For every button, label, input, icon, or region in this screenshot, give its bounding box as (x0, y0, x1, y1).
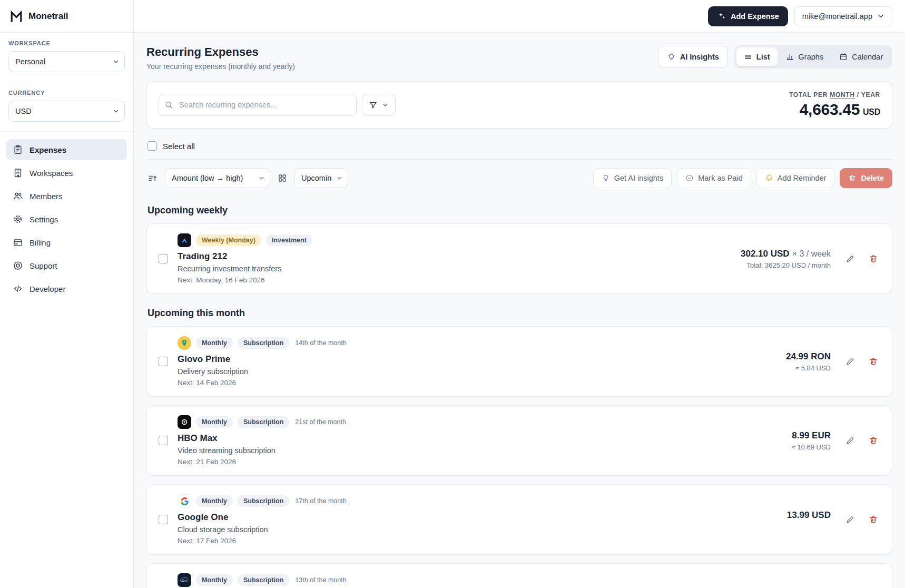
mark-as-paid-button[interactable]: Mark as Paid (677, 168, 751, 188)
search-input[interactable] (159, 94, 357, 116)
people-icon (13, 191, 23, 201)
monetrail-logo-icon (9, 9, 23, 23)
expense-title: HBO Max (178, 433, 782, 444)
content: Recurring Expenses Your recurring expens… (134, 33, 905, 588)
code-icon (13, 283, 23, 294)
calendar-icon (839, 53, 848, 61)
total-label-prefix: TOTAL PER (789, 91, 828, 99)
view-tab-graphs[interactable]: Graphs (779, 47, 831, 66)
add-expense-label: Add Expense (731, 12, 779, 21)
expense-title: Google One (178, 512, 778, 523)
account-menu-button[interactable]: mike@monetrail.app (794, 6, 892, 26)
sidebar-item-support[interactable]: Support (6, 255, 127, 276)
expense-next-date: Next: Monday, 16 Feb 2026 (178, 276, 731, 284)
expense-amount-block: 24.99 RON ≈ 5.84 USD (786, 351, 831, 372)
expense-checkbox[interactable] (159, 254, 168, 263)
ai-insights-label: AI Insights (680, 53, 719, 61)
credit-card-icon (13, 237, 23, 248)
total-block: TOTAL PER MONTH / YEAR 4,663.45USD (789, 91, 880, 119)
group-select-wrap: Upcoming (294, 168, 348, 188)
view-tab-calendar[interactable]: Calendar (832, 47, 890, 66)
delete-button[interactable]: Delete (840, 168, 892, 188)
expense-amount: 13.99 USD (787, 510, 831, 520)
trading212-icon (178, 233, 191, 247)
currency-select-wrap: USD (8, 101, 125, 122)
expense-next-date: Next: 17 Feb 2026 (178, 537, 778, 545)
glovo-icon (178, 336, 191, 350)
sidebar-item-developer[interactable]: Developer (6, 278, 127, 299)
currency-select[interactable]: USD (8, 101, 125, 122)
delete-expense-button[interactable] (867, 513, 880, 526)
total-toggle-month[interactable]: MONTH (830, 91, 855, 99)
delete-expense-button[interactable] (867, 434, 880, 447)
category-badge: Subscription (238, 495, 289, 507)
workspace-select[interactable]: Personal (8, 51, 125, 72)
bar-chart-icon (786, 53, 794, 61)
delete-label: Delete (861, 174, 884, 182)
section-heading: Upcoming this month (147, 308, 891, 319)
account-email: mike@monetrail.app (802, 12, 872, 21)
day-of-month-note: 17th of the month (295, 497, 346, 505)
brand-logo: Monetrail (0, 0, 133, 33)
sidebar-item-label: Developer (29, 285, 65, 293)
expense-next-date: Next: 14 Feb 2026 (178, 379, 776, 387)
select-all-row: Select all (146, 140, 892, 160)
edit-expense-button[interactable] (843, 513, 857, 526)
main-area: Add Expense mike@monetrail.app Recurring… (134, 0, 905, 588)
expense-checkbox[interactable] (159, 515, 168, 524)
frequency-badge: Monthly (196, 416, 233, 428)
frequency-badge: Monthly (196, 574, 233, 586)
expense-subtitle: Recurring investment transfers (178, 264, 731, 273)
sidebar-item-label: Expenses (29, 145, 66, 154)
edit-expense-button[interactable] (843, 434, 857, 447)
sidebar-item-expenses[interactable]: Expenses (6, 139, 127, 160)
sort-select[interactable]: Amount (low → high) (165, 168, 270, 188)
filter-button[interactable] (362, 94, 396, 116)
edit-expense-button[interactable] (843, 252, 857, 266)
view-tab-label: Graphs (799, 53, 824, 61)
expense-title: Glovo Prime (178, 354, 776, 365)
frequency-badge: Weekly (Monday) (196, 234, 261, 246)
check-circle-icon (685, 174, 694, 182)
category-badge: Subscription (238, 337, 289, 349)
expense-card-hbo-max: Monthly Subscription 21st of the month H… (146, 405, 892, 476)
view-tab-label: List (756, 53, 770, 61)
sort-direction-icon[interactable] (146, 172, 159, 184)
select-all-checkbox[interactable] (147, 141, 157, 151)
expense-amount-converted: Total: 3625.20 USD / month (741, 261, 831, 269)
page-subtitle: Your recurring expenses (monthly and yea… (146, 62, 295, 71)
total-toggle-year[interactable]: YEAR (861, 91, 880, 99)
sidebar-item-billing[interactable]: Billing (6, 232, 127, 253)
sidebar-item-settings[interactable]: Settings (6, 209, 127, 230)
add-reminder-button[interactable]: Add Reminder (756, 168, 835, 188)
sidebar-item-label: Billing (29, 238, 51, 247)
expense-amount-suffix: × 3 / week (792, 249, 831, 258)
lightbulb-icon (602, 174, 610, 182)
delete-expense-button[interactable] (867, 355, 880, 368)
mark-as-paid-label: Mark as Paid (698, 174, 743, 182)
day-of-month-note: 21st of the month (295, 418, 346, 426)
group-select[interactable]: Upcoming (294, 168, 348, 188)
get-ai-insights-button[interactable]: Get AI insights (593, 168, 672, 188)
chevron-down-icon (382, 102, 389, 109)
add-expense-button[interactable]: Add Expense (708, 6, 788, 26)
sidebar-item-workspaces[interactable]: Workspaces (6, 162, 127, 183)
view-switcher: List Graphs Calendar (734, 45, 892, 68)
edit-expense-button[interactable] (843, 355, 857, 368)
expense-card-google-one: Monthly Subscription 17th of the month G… (146, 484, 892, 555)
expense-amount: 302.10 USD (741, 249, 790, 259)
total-amount-currency: USD (863, 107, 880, 116)
sidebar-item-members[interactable]: Members (6, 185, 127, 207)
expense-checkbox[interactable] (159, 357, 168, 366)
group-grid-icon[interactable] (277, 172, 288, 184)
chevron-down-icon (877, 13, 884, 20)
gear-icon (13, 214, 23, 224)
expense-checkbox[interactable] (159, 436, 168, 445)
currency-section: CURRENCY USD (0, 82, 133, 132)
total-amount-value: 4,663.45 (800, 101, 860, 118)
ai-insights-button[interactable]: AI Insights (658, 46, 728, 68)
section-heading: Upcoming weekly (147, 205, 891, 216)
expense-amount-block: 8.99 EUR ≈ 10.69 USD (792, 430, 831, 451)
view-tab-list[interactable]: List (736, 47, 778, 66)
delete-expense-button[interactable] (867, 252, 880, 266)
